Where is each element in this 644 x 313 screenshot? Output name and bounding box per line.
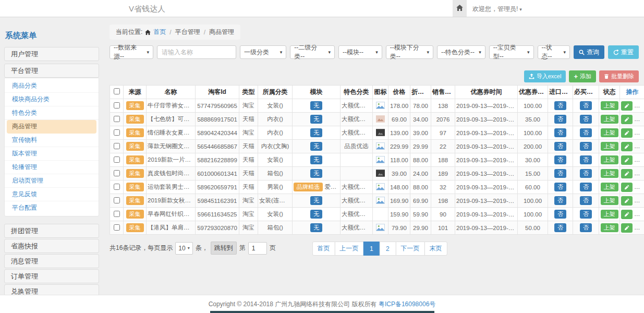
must-buy-badge[interactable]: 否 <box>580 196 592 205</box>
sidebar-item[interactable]: 宣传物料 <box>5 134 99 147</box>
page-button-1[interactable]: 1 <box>363 242 380 256</box>
module-select[interactable]: --模块--▾ <box>338 45 382 59</box>
data-source-select[interactable]: --数据来源--▾ <box>110 45 153 59</box>
source-cell: 采集 <box>124 140 147 153</box>
search-button[interactable]: 查询 <box>574 45 604 59</box>
status-select[interactable]: --状态--▾ <box>538 45 570 59</box>
sidebar-item[interactable]: 模块商品分类 <box>5 93 99 106</box>
status-badge[interactable]: 上架 <box>601 169 618 178</box>
must-buy-badge[interactable]: 否 <box>580 155 592 164</box>
imported-badge[interactable]: 否 <box>554 223 566 232</box>
batch-delete-button[interactable]: 批量删除 <box>599 70 639 82</box>
imported-badge[interactable]: 否 <box>554 142 566 151</box>
sidebar-group-3[interactable]: 拼团管理 <box>4 224 99 238</box>
status-badge[interactable]: 上架 <box>601 210 618 219</box>
sidebar-item[interactable]: 特色分类 <box>5 106 99 120</box>
jump-page-input[interactable] <box>248 242 267 255</box>
imported-badge[interactable]: 否 <box>554 115 566 124</box>
sidebar-item[interactable]: 轮播管理 <box>5 161 99 174</box>
status-badge[interactable]: 上架 <box>601 128 618 137</box>
edit-button[interactable] <box>621 155 633 165</box>
operations-cell <box>620 194 644 208</box>
must-buy-badge[interactable]: 否 <box>580 183 592 191</box>
status-badge[interactable]: 上架 <box>601 223 618 232</box>
edit-button[interactable] <box>621 128 633 138</box>
status-badge[interactable]: 上架 <box>601 101 618 110</box>
must-buy-badge[interactable]: 否 <box>580 169 592 178</box>
must-buy-badge[interactable]: 否 <box>580 115 592 124</box>
imported-badge[interactable]: 否 <box>554 128 566 137</box>
module-subcategory-select[interactable]: --模块下分类--▾ <box>386 45 433 59</box>
status-badge[interactable]: 上架 <box>601 115 618 124</box>
sidebar-group-6[interactable]: 订单管理 <box>4 269 99 283</box>
edit-button[interactable] <box>621 115 633 124</box>
breadcrumb-home-link[interactable]: 首页 <box>153 28 166 37</box>
status-badge[interactable]: 上架 <box>601 155 618 164</box>
sidebar-group-5[interactable]: 消息管理 <box>4 254 99 268</box>
page-button-首页[interactable]: 首页 <box>312 242 335 256</box>
icp-link[interactable]: 粤ICP备16098006号 <box>379 300 435 309</box>
sidebar-item[interactable]: 版本管理 <box>5 147 99 161</box>
status-badge[interactable]: 上架 <box>601 183 618 191</box>
sidebar-group-4[interactable]: 省惠快报 <box>4 239 99 253</box>
row-checkbox[interactable] <box>114 197 120 203</box>
row-checkbox[interactable] <box>114 211 120 217</box>
jump-button[interactable]: 跳转到 <box>211 242 237 255</box>
import-excel-button[interactable]: 导入excel <box>524 70 566 82</box>
row-checkbox[interactable] <box>114 102 120 109</box>
add-button[interactable]: + 添加 <box>569 70 596 82</box>
edit-button[interactable] <box>621 142 633 151</box>
sidebar-item[interactable]: 商品管理 <box>7 120 96 134</box>
source-cell: 采集 <box>124 221 147 235</box>
imported-badge[interactable]: 否 <box>554 183 566 191</box>
user-menu[interactable]: 欢迎您，管理员!▾ <box>472 5 522 14</box>
name-search-input[interactable] <box>157 45 236 59</box>
item-type-select[interactable]: --宝贝类型--▾ <box>489 45 534 59</box>
reset-button[interactable]: 重置 <box>608 45 639 59</box>
sidebar-group-2[interactable]: 平台管理 <box>4 64 99 78</box>
row-checkbox[interactable] <box>114 143 120 149</box>
sidebar-group-1[interactable]: 用户管理 <box>4 47 99 61</box>
row-checkbox[interactable] <box>114 224 120 231</box>
page-button-末页[interactable]: 末页 <box>424 242 447 256</box>
per-page-select[interactable]: 10▾ <box>175 242 192 255</box>
sidebar-item[interactable]: 商品分类 <box>5 79 99 93</box>
select-all-checkbox[interactable] <box>114 88 120 94</box>
sidebar-item[interactable]: 意见反馈 <box>5 188 99 201</box>
row-checkbox[interactable] <box>114 129 120 136</box>
imported-badge[interactable]: 否 <box>554 169 566 178</box>
row-checkbox[interactable] <box>114 116 120 122</box>
imported-badge[interactable]: 否 <box>554 196 566 205</box>
sidebar-item[interactable]: 启动页管理 <box>5 174 99 188</box>
edit-button[interactable] <box>621 196 633 206</box>
sidebar-item[interactable]: 平台配置 <box>5 201 99 215</box>
row-checkbox[interactable] <box>114 170 120 176</box>
edit-button[interactable] <box>621 183 633 192</box>
level1-category-select[interactable]: 一级分类▾ <box>240 45 286 59</box>
must-buy-badge[interactable]: 否 <box>580 101 592 110</box>
edit-button[interactable] <box>621 210 633 219</box>
row-checkbox[interactable] <box>114 184 120 190</box>
horizontal-scrollbar-thumb[interactable] <box>210 311 434 313</box>
status-badge[interactable]: 上架 <box>601 196 618 205</box>
upload-icon <box>529 74 534 79</box>
page-button-2[interactable]: 2 <box>379 242 396 256</box>
row-checkbox[interactable] <box>114 156 120 163</box>
must-buy-badge[interactable]: 否 <box>580 210 592 219</box>
must-buy-badge[interactable]: 否 <box>580 223 592 232</box>
imported-badge[interactable]: 否 <box>554 210 566 219</box>
status-cell: 上架 <box>599 208 620 221</box>
imported-badge[interactable]: 否 <box>554 155 566 164</box>
feature-category-select[interactable]: --特色分类--▾ <box>437 45 485 59</box>
level2-category-select[interactable]: --二级分类--▾ <box>290 45 335 59</box>
home-button[interactable] <box>453 0 467 17</box>
edit-button[interactable] <box>621 169 633 178</box>
status-badge[interactable]: 上架 <box>601 142 618 151</box>
imported-badge[interactable]: 否 <box>554 101 566 110</box>
page-button-下一页[interactable]: 下一页 <box>395 242 424 256</box>
edit-button[interactable] <box>621 223 633 233</box>
edit-button[interactable] <box>621 101 633 111</box>
must-buy-badge[interactable]: 否 <box>580 142 592 151</box>
page-button-上一页[interactable]: 上一页 <box>334 242 363 256</box>
must-buy-badge[interactable]: 否 <box>580 128 592 137</box>
